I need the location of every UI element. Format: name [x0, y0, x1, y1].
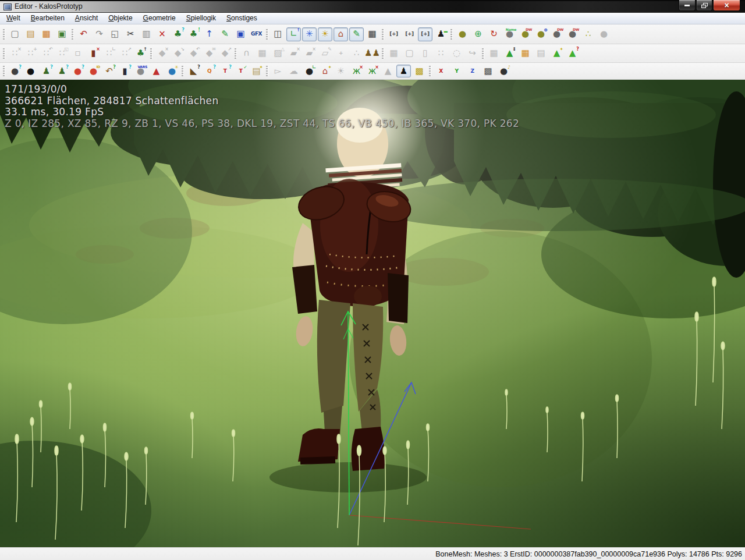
- menu-item-welt[interactable]: Welt: [1, 13, 26, 24]
- name-sphere-icon[interactable]: ●Name: [502, 27, 517, 41]
- toolbar-group: [+][+][+]♟▂: [380, 25, 449, 43]
- cut-icon[interactable]: ✂: [123, 27, 138, 41]
- tree-raise-icon[interactable]: ♣↑: [133, 47, 148, 61]
- toolbar-grip[interactable]: [235, 48, 236, 59]
- quest-help-icon[interactable]: Q?: [202, 65, 217, 77]
- toolbar-grip[interactable]: [429, 66, 431, 76]
- toolbar-grip[interactable]: [3, 48, 5, 59]
- rotate-sphere-icon[interactable]: ↻: [487, 27, 501, 41]
- portal-delete-icon[interactable]: ▮×: [86, 47, 101, 61]
- people-pair-icon[interactable]: ♟♟: [365, 47, 379, 61]
- menu-item-bearbeiten[interactable]: Bearbeiten: [26, 13, 70, 24]
- dialog-check-icon[interactable]: T✓: [233, 65, 248, 77]
- menu-item-geometrie[interactable]: Geometrie: [138, 13, 181, 24]
- terrain-sparkle-icon[interactable]: ▲✦: [549, 47, 564, 61]
- minimize-button[interactable]: [679, 0, 696, 11]
- zoom-camera-toggle[interactable]: [+]: [418, 27, 432, 41]
- physics-sphere-icon[interactable]: ●: [455, 27, 470, 41]
- viewport-3d[interactable]: 171/193/0/0 366621 Flächen, 284817 Schat…: [0, 80, 745, 547]
- show-houses-toggle[interactable]: ⌂: [334, 27, 348, 41]
- toolbar-grip[interactable]: [72, 29, 73, 40]
- paste-icon[interactable]: ▥: [139, 27, 154, 41]
- import-dw-2-icon[interactable]: ●DW: [565, 27, 580, 41]
- close-button[interactable]: ×: [713, 0, 740, 11]
- zoom-selection-icon[interactable]: [+]: [386, 27, 401, 41]
- camera-z-icon[interactable]: Z: [465, 65, 480, 77]
- menu-item-objekte[interactable]: Objekte: [103, 13, 137, 24]
- image-sphere-icon[interactable]: ●: [23, 65, 38, 77]
- move-sphere-icon[interactable]: ⊕: [471, 27, 485, 41]
- bug-delete-2-icon[interactable]: ж×: [365, 65, 379, 77]
- terrain-raise-icon[interactable]: ▲↕: [502, 47, 517, 61]
- sound-sphere-icon[interactable]: ●♪: [496, 65, 511, 77]
- toolbar-grip[interactable]: [266, 29, 268, 40]
- world-sparkle-icon[interactable]: ●✳: [165, 65, 179, 77]
- minimap-icon[interactable]: ▩: [412, 65, 427, 77]
- balloon-help-icon[interactable]: ●?: [70, 65, 85, 77]
- toolbar-grip[interactable]: [266, 66, 268, 76]
- frame-select-icon[interactable]: ▣: [233, 27, 248, 41]
- save-icon[interactable]: ▣: [55, 27, 69, 41]
- person-help-icon[interactable]: ♟?: [55, 65, 69, 77]
- show-terrain-toggle[interactable]: ☀: [318, 27, 332, 41]
- walk-mode-icon[interactable]: ♟▂: [434, 27, 448, 41]
- app-icon[interactable]: [3, 3, 12, 10]
- show-axes-toggle[interactable]: ∟↑: [286, 27, 301, 41]
- camera-y-icon[interactable]: Y: [449, 65, 464, 77]
- menu-item-ansicht[interactable]: Ansicht: [70, 13, 103, 24]
- wireframe-cube-icon[interactable]: ◫: [271, 27, 285, 41]
- bug-delete-icon[interactable]: ж×: [349, 65, 364, 77]
- dialog-help-icon[interactable]: T?: [218, 65, 232, 77]
- import-dw-icon[interactable]: ●DW: [549, 27, 564, 41]
- vars-help-icon[interactable]: ●VARS: [133, 65, 148, 77]
- texture-detail-icon[interactable]: ▦: [518, 47, 533, 61]
- sphere-pair-icon[interactable]: ∴: [581, 27, 595, 41]
- balloon-id-icon[interactable]: ●ID: [86, 65, 101, 77]
- person-resource-help-icon[interactable]: ♟?: [39, 65, 54, 77]
- zoom-object-icon[interactable]: [+]: [402, 27, 417, 41]
- color-palette-grid-icon[interactable]: ▦: [39, 27, 54, 41]
- event-back-help-icon[interactable]: ↶?: [102, 65, 116, 77]
- tree-update-icon[interactable]: ♣!: [186, 27, 201, 41]
- draw-path-icon[interactable]: ✎: [218, 27, 232, 41]
- export-dw-icon[interactable]: ●DW: [518, 27, 533, 41]
- redo-icon[interactable]: ↷: [92, 27, 107, 41]
- journal-book-icon[interactable]: ▤✦: [249, 65, 264, 77]
- toolbar-row-3: ●?●♟?♟?●?●ID↶?▮?●VARS▲●✳◣?Q?T?T✓▤✦▻☁●∟⌂✦…: [0, 63, 745, 80]
- copy-icon[interactable]: ◱: [108, 27, 122, 41]
- mountain-markers-icon[interactable]: ▲: [149, 65, 164, 77]
- show-lights-toggle[interactable]: ✳: [302, 27, 317, 41]
- toolbar-group: ●⊕↻●Name●DW●⊗●DW●DW∴●: [449, 25, 612, 43]
- menu-item-spiellogik[interactable]: Spiellogik: [181, 13, 221, 24]
- sphere-axes-icon[interactable]: ●∟: [302, 65, 317, 77]
- toolbar-grip[interactable]: [382, 29, 384, 40]
- gfx-settings-icon[interactable]: GFX: [249, 27, 264, 41]
- menu-item-sonstiges[interactable]: Sonstiges: [221, 13, 262, 24]
- stage-help-icon[interactable]: ◣?: [186, 65, 201, 77]
- script-sphere-help-icon[interactable]: ●?: [8, 65, 22, 77]
- toolbar-grip[interactable]: [482, 48, 484, 59]
- undo-icon[interactable]: ↶: [76, 27, 91, 41]
- show-grid-icon[interactable]: ▦: [365, 27, 379, 41]
- restore-button[interactable]: [696, 0, 712, 11]
- title-bar[interactable]: Editor - KalosPrototyp ×: [0, 0, 745, 13]
- toolbar-grip[interactable]: [182, 66, 183, 76]
- door-logic-help-icon[interactable]: ▮?: [118, 65, 132, 77]
- toolbar-grip[interactable]: [3, 29, 5, 40]
- delete-icon[interactable]: ×: [155, 27, 169, 41]
- terrain-help-icon[interactable]: ▲?: [565, 47, 580, 61]
- tree-help-icon[interactable]: ♣?: [171, 27, 185, 41]
- export-cancel-icon[interactable]: ●⊗: [534, 27, 548, 41]
- new-file-icon[interactable]: ▢: [8, 27, 22, 41]
- show-vegetation-toggle[interactable]: ✎: [349, 27, 364, 41]
- checker-sphere-icon[interactable]: ▩: [481, 65, 495, 77]
- toolbar-grip[interactable]: [150, 48, 152, 59]
- toolbar-grip[interactable]: [3, 66, 5, 76]
- toolbar-grip[interactable]: [382, 48, 384, 59]
- raise-object-icon[interactable]: ↑: [202, 27, 217, 41]
- walk-character-toggle[interactable]: ♟: [396, 65, 411, 77]
- camera-x-icon[interactable]: X: [434, 65, 448, 77]
- open-folder-icon[interactable]: ▤: [23, 27, 38, 41]
- toolbar-grip[interactable]: [450, 29, 452, 40]
- house-sparkle-icon[interactable]: ⌂✦: [318, 65, 332, 77]
